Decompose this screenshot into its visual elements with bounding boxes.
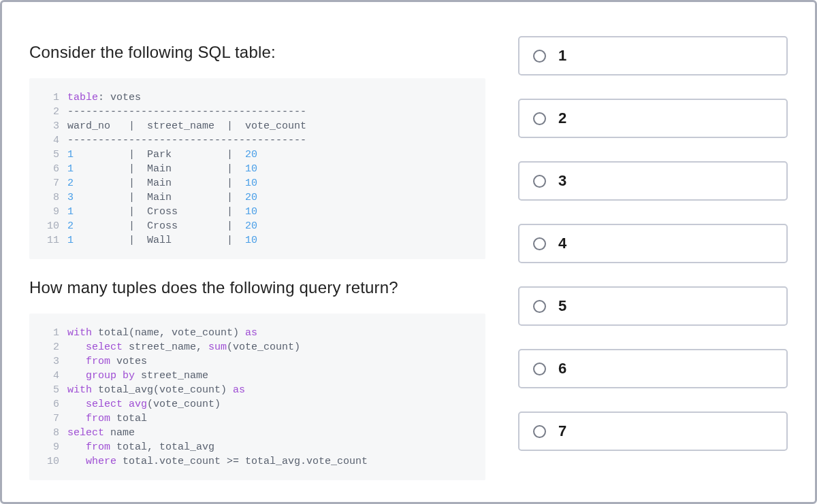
code-line: 2 select street_name, sum(vote_count) xyxy=(42,340,472,354)
question-part1: Consider the following SQL table: xyxy=(29,43,485,62)
code-line: 3 from votes xyxy=(42,354,472,369)
option-label: 2 xyxy=(558,110,566,127)
code-content: from total xyxy=(67,411,147,426)
code-line: 6 select avg(vote_count) xyxy=(42,397,472,411)
code-line: 8select name xyxy=(42,426,472,440)
code-line: 7 from total xyxy=(42,411,472,426)
line-number: 7 xyxy=(42,411,59,426)
sql-query-codeblock: 1with total(name, vote_count) as2 select… xyxy=(29,314,485,480)
option-label: 3 xyxy=(558,172,566,190)
code-content: 1 | Main | 10 xyxy=(67,162,257,176)
answer-option-1[interactable]: 1 xyxy=(518,36,788,75)
code-content: where total.vote_count >= total_avg.vote… xyxy=(67,454,368,469)
radio-icon xyxy=(533,363,546,375)
option-label: 6 xyxy=(558,360,566,377)
code-content: --------------------------------------- xyxy=(67,105,306,119)
line-number: 3 xyxy=(42,119,59,133)
code-content: select street_name, sum(vote_count) xyxy=(67,340,300,354)
answer-option-2[interactable]: 2 xyxy=(518,99,788,138)
line-number: 8 xyxy=(42,190,59,205)
line-number: 4 xyxy=(42,133,59,148)
code-content: select avg(vote_count) xyxy=(67,397,221,411)
code-content: 3 | Main | 20 xyxy=(67,190,257,205)
code-line: 10 where total.vote_count >= total_avg.v… xyxy=(42,454,472,469)
code-content: 2 | Cross | 20 xyxy=(67,219,257,233)
code-line: 5with total_avg(vote_count) as xyxy=(42,383,472,397)
answer-option-6[interactable]: 6 xyxy=(518,349,788,388)
quiz-frame: Consider the following SQL table: 1table… xyxy=(0,0,817,504)
code-content: table: votes xyxy=(67,90,141,105)
code-content: select name xyxy=(67,426,135,440)
line-number: 7 xyxy=(42,176,59,190)
line-number: 1 xyxy=(42,326,59,340)
answer-option-3[interactable]: 3 xyxy=(518,161,788,201)
line-number: 9 xyxy=(42,205,59,219)
line-number: 5 xyxy=(42,148,59,162)
radio-icon xyxy=(533,300,546,313)
line-number: 9 xyxy=(42,440,59,454)
line-number: 8 xyxy=(42,426,59,440)
code-line: 102 | Cross | 20 xyxy=(42,219,472,233)
line-number: 4 xyxy=(42,369,59,383)
line-number: 2 xyxy=(42,105,59,119)
radio-icon xyxy=(533,50,546,63)
line-number: 1 xyxy=(42,90,59,105)
code-content: with total(name, vote_count) as xyxy=(67,326,257,340)
option-label: 5 xyxy=(558,297,566,315)
question-part2: How many tuples does the following query… xyxy=(29,278,485,297)
code-content: --------------------------------------- xyxy=(67,133,306,148)
radio-icon xyxy=(533,175,546,188)
code-line: 111 | Wall | 10 xyxy=(42,233,472,248)
code-line: 2--------------------------------------- xyxy=(42,105,472,119)
line-number: 10 xyxy=(42,454,59,469)
code-line: 91 | Cross | 10 xyxy=(42,205,472,219)
code-line: 9 from total, total_avg xyxy=(42,440,472,454)
code-line: 1table: votes xyxy=(42,90,472,105)
line-number: 5 xyxy=(42,383,59,397)
radio-icon xyxy=(533,237,546,250)
code-line: 83 | Main | 20 xyxy=(42,190,472,205)
line-number: 6 xyxy=(42,162,59,176)
option-label: 1 xyxy=(558,47,566,65)
line-number: 2 xyxy=(42,340,59,354)
answer-option-5[interactable]: 5 xyxy=(518,286,788,326)
answer-option-4[interactable]: 4 xyxy=(518,224,788,263)
radio-icon xyxy=(533,425,546,438)
line-number: 11 xyxy=(42,233,59,248)
code-content: from total, total_avg xyxy=(67,440,214,454)
code-content: ward_no | street_name | vote_count xyxy=(67,119,306,133)
option-label: 4 xyxy=(558,235,566,252)
code-content: 1 | Park | 20 xyxy=(67,148,257,162)
radio-icon xyxy=(533,112,546,125)
question-column: Consider the following SQL table: 1table… xyxy=(29,24,485,480)
line-number: 3 xyxy=(42,354,59,369)
sql-table-codeblock: 1table: votes2--------------------------… xyxy=(29,78,485,259)
code-line: 3ward_no | street_name | vote_count xyxy=(42,119,472,133)
code-content: 1 | Cross | 10 xyxy=(67,205,257,219)
code-content: 1 | Wall | 10 xyxy=(67,233,257,248)
option-label: 7 xyxy=(558,422,566,440)
code-line: 51 | Park | 20 xyxy=(42,148,472,162)
code-line: 4 group by street_name xyxy=(42,369,472,383)
code-line: 72 | Main | 10 xyxy=(42,176,472,190)
code-content: with total_avg(vote_count) as xyxy=(67,383,245,397)
answer-option-7[interactable]: 7 xyxy=(518,411,788,451)
code-line: 4--------------------------------------- xyxy=(42,133,472,148)
options-column: 1234567 xyxy=(518,24,788,480)
code-line: 61 | Main | 10 xyxy=(42,162,472,176)
line-number: 10 xyxy=(42,219,59,233)
code-content: group by street_name xyxy=(67,369,208,383)
code-line: 1with total(name, vote_count) as xyxy=(42,326,472,340)
code-content: 2 | Main | 10 xyxy=(67,176,257,190)
code-content: from votes xyxy=(67,354,147,369)
line-number: 6 xyxy=(42,397,59,411)
